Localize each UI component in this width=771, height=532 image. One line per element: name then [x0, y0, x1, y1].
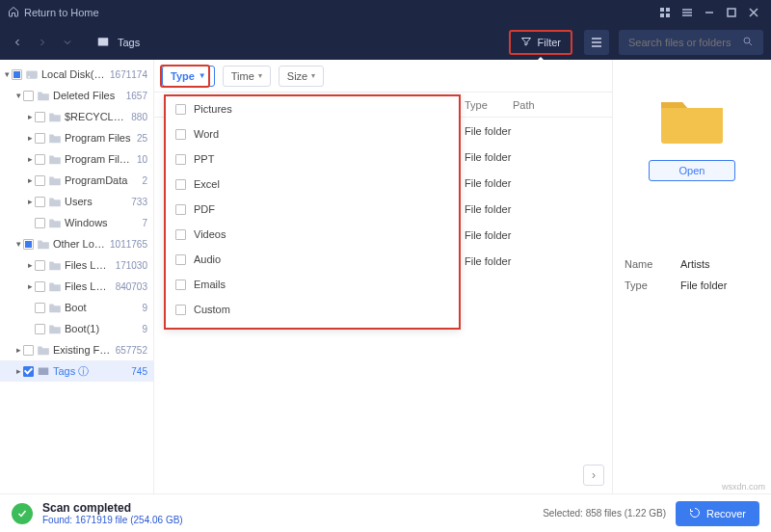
caret-icon[interactable]: ▸: [13, 345, 23, 355]
close-icon[interactable]: [744, 3, 763, 22]
search-input[interactable]: [628, 37, 734, 48]
search-icon: [742, 36, 754, 49]
toolbar: Tags Filter: [0, 25, 771, 60]
tree-count: 1671174: [110, 69, 147, 80]
footer: Scan completed Found: 1671919 file (254.…: [0, 493, 771, 532]
type-option-label: Audio: [194, 253, 221, 265]
open-button[interactable]: Open: [649, 160, 735, 181]
checkbox[interactable]: [175, 154, 186, 165]
checkbox[interactable]: [175, 254, 186, 265]
type-option-label: Pictures: [194, 103, 232, 115]
checkbox[interactable]: [35, 218, 45, 228]
tree-row[interactable]: Windows7: [0, 212, 153, 233]
checkbox[interactable]: [35, 303, 45, 313]
tree-row[interactable]: Boot9: [0, 297, 153, 318]
checkbox[interactable]: [12, 69, 22, 80]
caret-icon[interactable]: ▾: [2, 69, 12, 79]
tree-row[interactable]: ▾Deleted Files1657: [0, 85, 153, 106]
return-home[interactable]: Return to Home: [8, 6, 99, 19]
type-option[interactable]: Custom: [166, 297, 459, 322]
type-option[interactable]: Videos: [166, 222, 459, 247]
checkbox[interactable]: [35, 260, 45, 271]
tree-row[interactable]: Boot(1)9: [0, 318, 153, 339]
col-type[interactable]: Type: [465, 99, 513, 111]
checkbox[interactable]: [175, 305, 186, 315]
filter-button[interactable]: Filter: [509, 30, 572, 55]
svg-rect-11: [98, 38, 109, 45]
caret-icon[interactable]: ▾: [13, 239, 23, 249]
caret-icon[interactable]: ▸: [25, 175, 35, 185]
search-box[interactable]: [619, 30, 763, 55]
caret-icon[interactable]: ▸: [25, 154, 35, 164]
type-option[interactable]: Excel: [166, 172, 459, 197]
tree-label: Existing Files: [53, 344, 112, 356]
tree-row[interactable]: ▸Files Lost Original …840703: [0, 276, 153, 297]
checkbox[interactable]: [35, 175, 45, 186]
back-button[interactable]: [8, 33, 27, 52]
view-mode-button[interactable]: [584, 30, 609, 55]
checkbox[interactable]: [23, 366, 34, 377]
checkbox[interactable]: [175, 104, 186, 115]
checkbox[interactable]: [35, 197, 45, 207]
type-option[interactable]: Word: [166, 121, 459, 146]
maximize-icon[interactable]: [722, 3, 741, 22]
checkbox[interactable]: [23, 91, 34, 101]
tree-row[interactable]: ▸Program Files25: [0, 127, 153, 148]
svg-rect-3: [666, 13, 670, 17]
history-button[interactable]: [58, 33, 77, 52]
caret-icon[interactable]: ▸: [25, 197, 35, 206]
caret-icon[interactable]: ▸: [13, 366, 23, 376]
tree-label: ProgramData: [65, 174, 138, 186]
chip-type[interactable]: Type▼: [162, 66, 215, 87]
checkbox[interactable]: [35, 324, 45, 334]
filter-icon: [520, 36, 532, 49]
checkbox[interactable]: [175, 229, 186, 240]
type-option[interactable]: Audio: [166, 247, 459, 272]
titlebar: Return to Home: [0, 0, 771, 25]
tree-count: 1657: [126, 91, 147, 101]
caret-icon[interactable]: ▸: [25, 133, 35, 143]
type-option[interactable]: PDF: [166, 197, 459, 222]
checkbox[interactable]: [35, 133, 45, 144]
next-page-button[interactable]: ›: [583, 465, 604, 486]
tree-row[interactable]: ▸Files Lost Origi… ⓘ171030: [0, 254, 153, 276]
caret-icon[interactable]: ▸: [25, 260, 35, 270]
checkbox[interactable]: [23, 239, 34, 250]
menu-icon[interactable]: [678, 3, 697, 22]
tree-row[interactable]: ▾Other Lost Files1011765: [0, 233, 153, 254]
checkbox[interactable]: [35, 154, 45, 165]
type-filter-dropdown[interactable]: PicturesWordPPTExcelPDFVideosAudioEmails…: [164, 94, 461, 330]
type-option[interactable]: PPT: [166, 146, 459, 172]
caret-icon[interactable]: ▸: [25, 112, 35, 121]
checkbox[interactable]: [175, 129, 186, 140]
recover-button[interactable]: Recover: [676, 501, 759, 526]
type-option[interactable]: Pictures: [166, 96, 459, 121]
caret-icon[interactable]: ▸: [25, 281, 35, 291]
tree-row[interactable]: ▸ProgramData2: [0, 170, 153, 191]
tree-row[interactable]: ▸Tags ⓘ745: [0, 360, 153, 382]
tree-row[interactable]: ▸$RECYCLE.BIN880: [0, 106, 153, 127]
col-path[interactable]: Path: [513, 99, 612, 111]
checkbox[interactable]: [175, 279, 186, 290]
checkbox[interactable]: [35, 112, 45, 122]
row-type: File folder: [465, 229, 513, 241]
chip-size[interactable]: Size▾: [279, 66, 324, 87]
forward-button[interactable]: [33, 33, 52, 52]
tree-row[interactable]: ▸Existing Files657752: [0, 339, 153, 360]
folder-icon: [25, 68, 39, 80]
chip-time[interactable]: Time▾: [223, 66, 271, 87]
caret-icon[interactable]: ▾: [13, 91, 23, 100]
scan-status-title: Scan completed: [42, 501, 183, 515]
type-option[interactable]: Emails: [166, 272, 459, 297]
tree-row[interactable]: ▸Users733: [0, 191, 153, 212]
checkbox[interactable]: [23, 345, 34, 356]
tree-row[interactable]: ▾Local Disk(C:)1671174: [0, 64, 153, 85]
tree-row[interactable]: ▸Program Files (x86)10: [0, 148, 153, 170]
tree-sidebar: ▾Local Disk(C:)1671174▾Deleted Files1657…: [0, 60, 154, 493]
checkbox[interactable]: [35, 281, 45, 292]
scan-status-sub: Found: 1671919 file (254.06 GB): [42, 515, 183, 525]
minimize-icon[interactable]: [700, 3, 719, 22]
settings-grid-icon[interactable]: [655, 3, 675, 22]
checkbox[interactable]: [175, 179, 186, 190]
checkbox[interactable]: [175, 204, 186, 215]
